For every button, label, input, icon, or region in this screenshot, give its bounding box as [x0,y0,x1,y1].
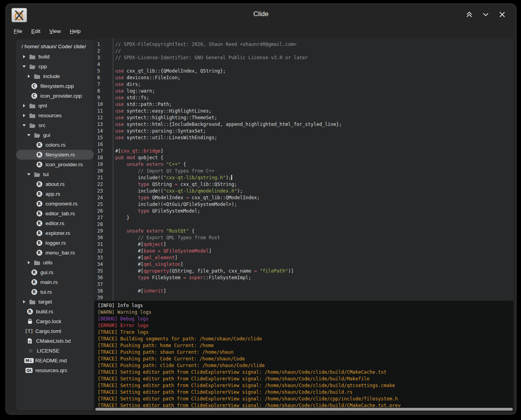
chevron-right-icon[interactable] [27,261,31,264]
code-line-18[interactable]: 18pub mod qobject { [94,155,514,161]
chevron-down-icon[interactable] [27,173,31,176]
code-line-25[interactable]: 25 include!(<QtGui/QFileSystemModel>); [94,201,514,208]
code-line-27[interactable]: 27 } [94,215,514,221]
log-line-info: [INFO] Info logs [98,302,514,309]
file-explorer[interactable]: / home/ shaun/ Code/ clide/ buildcppincl… [16,40,94,410]
code-line-17[interactable]: 17#[cxx_qt::bridge] [94,148,514,155]
tree-item-qml[interactable]: qml [16,101,94,111]
code-line-13[interactable]: 13use syntect::html::{IncludeBackground,… [94,121,514,128]
tree-item-app-rs[interactable]: Rapp.rs [16,189,94,199]
tree-item-icon-provider-cpp[interactable]: Cicon_provider.cpp [16,91,94,101]
code-line-39[interactable]: 39 [94,295,514,301]
tree-item-editor-tab-rs[interactable]: Reditor_tab.rs [16,209,94,218]
close-button[interactable] [497,9,507,20]
code-line-7[interactable]: 7use dirs; [94,81,514,88]
tree-item-filesystem-rs[interactable]: Rfilesystem.rs [16,150,94,160]
code-line-36[interactable]: 36 type FileSystem = super::FileSystemIm… [94,275,514,281]
tree-item-about-rs[interactable]: Rabout.rs [16,179,94,189]
menu-view[interactable]: View [47,27,64,36]
tree-item-cargo-lock[interactable]: Cargo.lock [16,316,94,326]
chevron-right-icon[interactable] [22,104,26,107]
code-line-23[interactable]: 23 include!("cxx-qt-lib/qmodelindex.h"); [94,188,514,195]
chevron-right-icon[interactable] [22,300,26,304]
code-line-1[interactable]: 1// SPDX-FileCopyrightText: 2026, Shaun … [94,41,514,48]
tree-item-build[interactable]: build [16,52,94,62]
chevron-down-icon[interactable] [22,124,26,127]
chevron-right-icon[interactable] [22,55,26,58]
chevron-down-icon[interactable] [22,65,26,68]
chevron-down-icon[interactable] [27,133,31,137]
log-line-trace: [TRACE] Setting editor path from ClideEx… [98,389,514,396]
code-line-33[interactable]: 33 #[qml_element] [94,255,514,261]
tree-item-cmakelists-txt[interactable]: CMakeLists.txt [16,336,94,346]
tree-item-tui[interactable]: tui [16,169,94,179]
code-line-19[interactable]: 19 unsafe extern "C++" { [94,161,514,168]
tree-item-logger-rs[interactable]: Rlogger.rs [16,238,94,248]
code-line-12[interactable]: 12use syntect::highlighting::ThemeSet; [94,115,514,121]
titlebar[interactable]: Clide [6,4,516,24]
code-line-28[interactable]: 28 [94,221,514,228]
tree-item-gui[interactable]: gui [16,130,94,140]
tree-item-cargo-toml[interactable]: [T]Cargo.toml [16,326,94,336]
tree-item-resources-qrc[interactable]: Qtresources.qrc [16,365,94,375]
menu-file[interactable]: File [11,27,25,36]
code-line-15[interactable]: 15use syntect::util::LinesWithEndings; [94,135,514,141]
chevron-right-icon[interactable] [27,75,31,78]
code-line-32[interactable]: 32 #[base = QFileSystemModel] [94,248,514,255]
tree-item-gui-rs[interactable]: Rgui.rs [16,267,94,277]
double-chevron-up-icon [465,10,474,19]
code-line-9[interactable]: 9use std::fs; [94,95,514,101]
tree-item-menu-bar-rs[interactable]: Rmenu_bar.rs [16,248,94,258]
code-line-24[interactable]: 24 type QModelIndex = cxx_qt_lib::QModel… [94,195,514,201]
tree-item-include[interactable]: include [16,71,94,81]
code-line-10[interactable]: 10use std::path::Path; [94,101,514,108]
code-line-5[interactable]: 5use cxx_qt_lib::{QModelIndex, QString}; [94,68,514,75]
tree-item-editor-rs[interactable]: Reditor.rs [16,218,94,228]
code-line-6[interactable]: 6use devicons::FileIcon; [94,75,514,81]
code-line-34[interactable]: 34 #[qml_singleton] [94,261,514,268]
tree-item-utils[interactable]: utils [16,258,94,267]
code-line-20[interactable]: 20 // Import Qt Types from C++ [94,168,514,175]
code-line-11[interactable]: 11use syntect::easy::HighlightLines; [94,108,514,115]
code-line-30[interactable]: 30 // Export QML Types from Rust [94,235,514,241]
tree-item-component-rs[interactable]: Rcomponent.rs [16,199,94,209]
horizontal-scrollbar[interactable] [95,408,513,411]
code-line-21[interactable]: 21 include!("cxx-qt-lib/qstring.h"); [94,175,514,181]
tree-item-label: icon_provider.cpp [40,93,82,99]
code-line-3[interactable]: 3// SPDX-License-Identifier: GNU General… [94,55,514,61]
tree-item-resources[interactable]: resources [16,111,94,120]
tree-item-colors-rs[interactable]: Rcolors.rs [16,140,94,150]
code-line-2[interactable]: 2// [94,48,514,55]
code-line-14[interactable]: 14use syntect::parsing::SyntaxSet; [94,128,514,135]
minimize-button[interactable] [481,9,491,20]
tree-item-readme-md[interactable]: M↓README.md [16,356,94,365]
code-line-22[interactable]: 22 type QString = cxx_qt_lib::QString; [94,181,514,188]
chevron-right-icon[interactable] [22,114,26,117]
menu-edit[interactable]: Edit [29,27,43,36]
tree-item-icon-provider-rs[interactable]: Ricon_provider.rs [16,160,94,169]
tree-item-license[interactable]: ☆LICENSE [16,346,94,356]
tree-item-cpp[interactable]: cpp [16,62,94,71]
tree-item-explorer-rs[interactable]: Rexplorer.rs [16,228,94,238]
tree-item-target[interactable]: target [16,297,94,307]
code-editor[interactable]: 1// SPDX-FileCopyrightText: 2026, Shaun … [94,38,514,301]
tree-item-tui-rs[interactable]: Rtui.rs [16,287,94,297]
code-line-29[interactable]: 29 unsafe extern "RustQt" { [94,228,514,235]
tree-item-src[interactable]: src [16,120,94,130]
tree-item-filesystem-cpp[interactable]: Cfilesystem.cpp [16,81,94,91]
code-line-38[interactable]: 38 #[inherit] [94,288,514,295]
menu-help[interactable]: Help [67,27,84,36]
line-number: 26 [94,208,110,215]
code-line-4[interactable]: 4 [94,61,514,68]
line-number: 11 [94,108,110,115]
code-line-31[interactable]: 31 #[qobject] [94,241,514,248]
maximize-button[interactable] [464,9,474,20]
code-line-35[interactable]: 35 #[qproperty(QString, file_path, cxx_n… [94,268,514,275]
code-line-8[interactable]: 8use log::warn; [94,88,514,95]
tree-item-build-rs[interactable]: Rbuild.rs [16,307,94,316]
code-line-16[interactable]: 16 [94,141,514,148]
tree-item-main-rs[interactable]: Rmain.rs [16,277,94,287]
code-line-37[interactable]: 37 [94,281,514,288]
log-panel[interactable]: [INFO] Info logs[WARN] Warning logs[DEBU… [94,301,514,411]
code-line-26[interactable]: 26 type QFileSystemModel; [94,208,514,215]
